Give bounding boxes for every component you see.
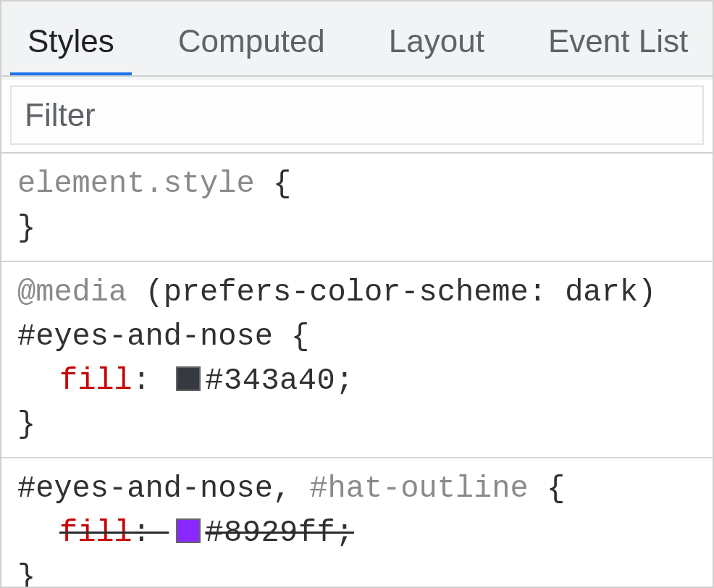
declaration-value: #8929ff; <box>205 516 354 550</box>
tab-styles[interactable]: Styles <box>28 3 114 75</box>
declaration-value: #343a40; <box>205 364 354 398</box>
filter-input[interactable] <box>10 85 704 145</box>
declaration-property: fill <box>59 364 133 398</box>
rule-selector-primary: #eyes-and-nose <box>17 471 273 506</box>
rule-selector-line: #eyes-and-nose, #hat-outline { <box>17 467 697 511</box>
styles-rule-list: element.style { } @media (prefers-color-… <box>1 154 713 588</box>
close-brace: } <box>17 211 35 245</box>
declaration-colon: : <box>133 364 151 398</box>
declaration-colon: : <box>133 516 151 550</box>
rule-selector-line: element.style { <box>17 162 697 206</box>
rule-element-style[interactable]: element.style { } <box>1 154 713 262</box>
tab-event-listeners[interactable]: Event List <box>548 3 688 75</box>
rule-selector-secondary: #hat-outline <box>309 471 528 506</box>
open-brace-char: { <box>273 167 291 201</box>
color-swatch-icon[interactable] <box>176 518 201 543</box>
rule-eyes-and-nose-hat-outline[interactable]: #eyes-and-nose, #hat-outline { fill: #89… <box>1 458 713 588</box>
rule-selector-line: #eyes-and-nose { <box>17 315 697 359</box>
media-keyword: @media <box>17 275 127 310</box>
declaration-overridden[interactable]: fill: #8929ff; <box>17 511 697 555</box>
media-condition: (prefers-color-scheme: dark) <box>145 275 656 310</box>
color-swatch-icon[interactable] <box>176 366 201 391</box>
styles-tabbar: Styles Computed Layout Event List <box>1 1 713 77</box>
rule-selector: #eyes-and-nose <box>17 319 273 354</box>
declaration-property: fill <box>59 516 133 550</box>
media-line: @media (prefers-color-scheme: dark) <box>17 271 697 315</box>
open-brace: { <box>547 471 565 506</box>
close-brace-line: } <box>17 403 697 447</box>
filter-row <box>1 77 713 154</box>
open-brace: { <box>291 319 309 354</box>
rule-selector: element.style <box>17 167 255 201</box>
close-brace: } <box>17 407 35 442</box>
declaration[interactable]: fill: #343a40; <box>17 359 697 403</box>
tab-computed[interactable]: Computed <box>178 3 325 75</box>
close-brace-line: } <box>17 206 697 251</box>
close-brace-line: } <box>17 555 697 588</box>
tab-layout[interactable]: Layout <box>389 3 484 75</box>
selector-comma: , <box>273 471 309 506</box>
close-brace: } <box>17 560 35 588</box>
rule-media-dark[interactable]: @media (prefers-color-scheme: dark) #eye… <box>1 262 713 459</box>
